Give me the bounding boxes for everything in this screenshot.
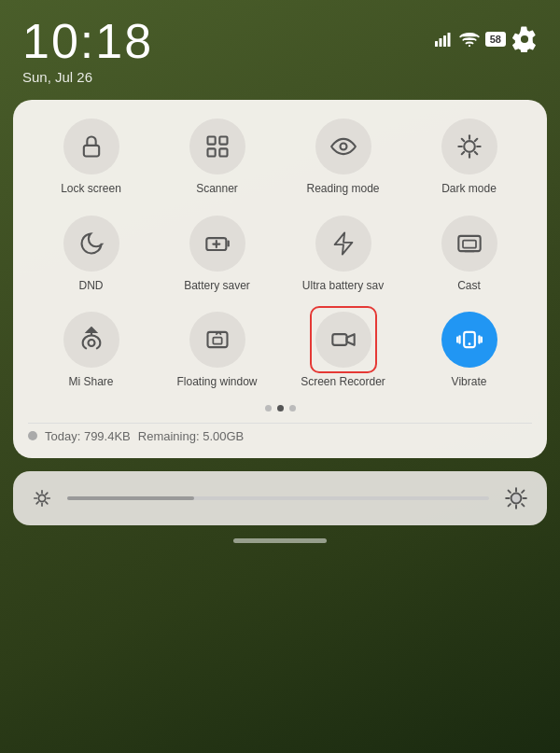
brightness-track[interactable] (67, 496, 489, 500)
svg-rect-31 (213, 338, 221, 344)
dark-mode-label: Dark mode (441, 182, 497, 197)
svg-marker-24 (334, 232, 352, 254)
tile-lock-screen[interactable]: Lock screen (28, 119, 154, 197)
svg-point-10 (340, 144, 346, 150)
footer-dot (28, 431, 37, 440)
svg-rect-1 (439, 38, 441, 47)
bolt-icon (330, 230, 357, 257)
today-usage: Today: 799.4KB (45, 429, 131, 443)
tile-vibrate[interactable]: Vibrate (406, 312, 532, 390)
svg-marker-28 (87, 328, 95, 332)
wifi-icon (459, 32, 480, 47)
tile-mi-share[interactable]: Mi Share (28, 312, 154, 390)
svg-line-47 (36, 493, 38, 495)
date: Sun, Jul 26 (22, 69, 153, 85)
svg-rect-0 (435, 41, 438, 47)
svg-rect-5 (83, 146, 98, 157)
svg-rect-2 (443, 35, 446, 47)
dark-mode-icon (456, 133, 483, 160)
brightness-low-icon[interactable] (32, 488, 52, 509)
cast-icon (456, 230, 483, 257)
dot-2[interactable] (277, 405, 284, 411)
dnd-icon-bg (63, 216, 119, 272)
screen-recorder-label: Screen Recorder (301, 375, 385, 390)
svg-point-29 (88, 340, 94, 346)
floating-window-label: Floating window (176, 375, 257, 390)
tile-cast[interactable]: Cast (406, 216, 532, 294)
status-bar: 10:18 Sun, Jul 26 58 (0, 0, 560, 92)
dot-1[interactable] (265, 405, 272, 411)
svg-line-50 (46, 493, 48, 495)
ultra-battery-icon-bg (315, 216, 371, 272)
eye-icon (330, 133, 357, 160)
panel-footer: Today: 799.4KB Remaining: 5.00GB (28, 423, 532, 443)
clock: 10:18 (22, 17, 153, 65)
tile-dnd[interactable]: DND (28, 216, 154, 294)
tile-screen-recorder[interactable]: Screen Recorder (280, 312, 406, 390)
svg-line-48 (46, 502, 48, 504)
ultra-battery-label: Ultra battery sav (302, 279, 384, 294)
cast-label: Cast (457, 279, 481, 294)
remaining-storage: Remaining: 5.00GB (138, 429, 244, 443)
svg-line-49 (36, 502, 38, 504)
home-bar[interactable] (233, 538, 327, 543)
scanner-icon-bg (189, 119, 245, 174)
svg-line-57 (522, 504, 524, 506)
brightness-high-icon[interactable] (504, 486, 528, 510)
svg-point-41 (468, 342, 470, 345)
tile-battery-saver[interactable]: Battery saver (154, 216, 280, 294)
tile-ultra-battery[interactable]: Ultra battery sav (280, 216, 406, 294)
svg-point-42 (38, 495, 45, 501)
vibrate-icon (456, 327, 483, 353)
svg-line-56 (509, 490, 511, 492)
screen-recorder-icon-bg (315, 312, 371, 368)
gear-icon[interactable] (511, 26, 538, 52)
svg-line-59 (522, 490, 524, 492)
lock-icon (78, 133, 105, 160)
dnd-label: DND (79, 279, 104, 294)
reading-mode-label: Reading mode (306, 182, 379, 197)
lock-screen-label: Lock screen (61, 182, 121, 197)
mi-share-icon-bg (63, 312, 119, 368)
quick-settings-panel: Lock screen Scanner Reading mode (13, 100, 547, 458)
mi-share-icon (78, 327, 105, 353)
svg-rect-3 (447, 33, 450, 47)
tile-dark-mode[interactable]: Dark mode (406, 119, 532, 197)
svg-rect-9 (219, 148, 227, 156)
cast-icon-bg (441, 216, 497, 272)
scanner-icon (204, 133, 231, 160)
dot-3[interactable] (289, 405, 296, 411)
svg-rect-6 (207, 137, 215, 145)
svg-point-51 (511, 493, 522, 503)
svg-line-17 (474, 152, 476, 154)
svg-line-19 (474, 139, 476, 141)
moon-icon (78, 230, 105, 257)
battery-level: 58 (485, 32, 506, 47)
lock-screen-icon-bg (63, 119, 119, 174)
svg-rect-25 (458, 235, 480, 250)
mi-share-label: Mi Share (68, 375, 113, 390)
tile-floating-window[interactable]: Floating window (154, 312, 280, 390)
signal-icon (435, 32, 454, 47)
floating-window-icon (204, 327, 231, 353)
tile-reading-mode[interactable]: Reading mode (280, 119, 406, 197)
camera-video-icon (330, 327, 357, 353)
dark-mode-icon-bg (441, 119, 497, 174)
vibrate-label: Vibrate (452, 375, 487, 390)
battery-plus-icon (204, 230, 231, 257)
svg-line-16 (461, 139, 463, 141)
tile-scanner[interactable]: Scanner (154, 119, 280, 197)
screen-recorder-highlight (312, 308, 375, 371)
brightness-bar (13, 471, 547, 525)
battery-saver-icon-bg (189, 216, 245, 272)
home-indicator (0, 538, 560, 543)
svg-rect-7 (219, 137, 227, 145)
vibrate-icon-bg (441, 312, 497, 368)
time-block: 10:18 Sun, Jul 26 (22, 17, 153, 85)
svg-rect-34 (332, 334, 346, 345)
pagination-dots (28, 405, 532, 411)
svg-point-4 (469, 45, 470, 47)
svg-line-58 (509, 504, 511, 506)
svg-line-18 (461, 152, 463, 154)
svg-rect-27 (463, 240, 476, 247)
